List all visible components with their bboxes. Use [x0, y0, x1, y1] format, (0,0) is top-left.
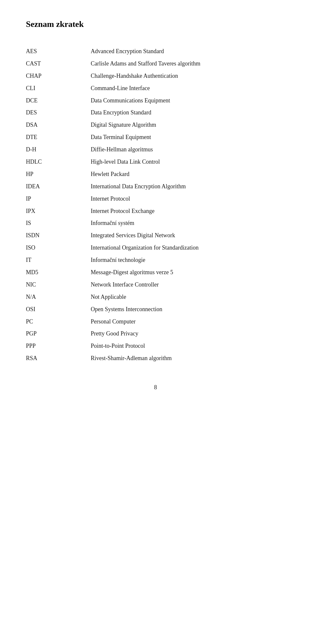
- abbreviation-term: NIC: [26, 279, 91, 291]
- abbreviation-term: DSA: [26, 119, 91, 131]
- abbreviation-term: HP: [26, 168, 91, 181]
- abbreviation-term: D-H: [26, 144, 91, 156]
- abbreviation-term: HDLC: [26, 156, 91, 168]
- list-item: CHAPChallenge-Handshake Authentication: [26, 70, 285, 82]
- abbreviation-term: RSA: [26, 352, 91, 365]
- abbreviation-definition: Informační systém: [91, 217, 285, 229]
- list-item: HDLCHigh-level Data Link Control: [26, 156, 285, 168]
- abbreviation-term: AES: [26, 45, 91, 58]
- abbreviation-definition: International Data Encryption Algorithm: [91, 181, 285, 193]
- list-item: CLICommand-Line Interface: [26, 82, 285, 95]
- abbreviation-definition: Hewlett Packard: [91, 168, 285, 181]
- list-item: IPXInternet Protocol Exchange: [26, 205, 285, 217]
- list-item: PPPPoint-to-Point Protocol: [26, 340, 285, 352]
- list-item: AESAdvanced Encryption Standard: [26, 45, 285, 58]
- abbreviation-term: IPX: [26, 205, 91, 217]
- abbreviation-term: PGP: [26, 328, 91, 340]
- abbreviation-definition: High-level Data Link Control: [91, 156, 285, 168]
- abbreviation-term: ISO: [26, 242, 91, 254]
- list-item: PCPersonal Computer: [26, 316, 285, 328]
- list-item: ISOInternational Organization for Standa…: [26, 242, 285, 254]
- abbreviation-definition: Not Applicable: [91, 291, 285, 303]
- abbreviations-table: AESAdvanced Encryption StandardCASTCarli…: [26, 45, 285, 365]
- list-item: OSIOpen Systems Interconnection: [26, 303, 285, 316]
- abbreviation-definition: Message-Digest algoritmus verze 5: [91, 266, 285, 279]
- abbreviation-definition: Advanced Encryption Standard: [91, 45, 285, 58]
- abbreviation-definition: Pretty Good Privacy: [91, 328, 285, 340]
- list-item: RSARivest-Shamir-Adleman algorithm: [26, 352, 285, 365]
- abbreviation-definition: Internet Protocol: [91, 193, 285, 205]
- abbreviation-definition: Carlisle Adams and Stafford Taveres algo…: [91, 58, 285, 70]
- abbreviation-definition: Digital Signature Algorithm: [91, 119, 285, 131]
- list-item: HPHewlett Packard: [26, 168, 285, 181]
- abbreviation-term: CAST: [26, 58, 91, 70]
- list-item: ITInformační technologie: [26, 254, 285, 266]
- abbreviation-term: PC: [26, 316, 91, 328]
- abbreviation-term: N/A: [26, 291, 91, 303]
- list-item: ISInformační systém: [26, 217, 285, 229]
- abbreviation-definition: Command-Line Interface: [91, 82, 285, 95]
- abbreviation-definition: Open Systems Interconnection: [91, 303, 285, 316]
- list-item: D-HDiffie-Hellman algoritmus: [26, 144, 285, 156]
- abbreviation-definition: Data Terminal Equipment: [91, 131, 285, 144]
- abbreviation-definition: Rivest-Shamir-Adleman algorithm: [91, 352, 285, 365]
- abbreviation-term: IT: [26, 254, 91, 266]
- list-item: ISDNIntegrated Services Digital Network: [26, 229, 285, 242]
- list-item: CASTCarlisle Adams and Stafford Taveres …: [26, 58, 285, 70]
- abbreviation-definition: Data Communications Equipment: [91, 95, 285, 107]
- abbreviation-term: PPP: [26, 340, 91, 352]
- abbreviation-definition: Data Encryption Standard: [91, 107, 285, 119]
- list-item: MD5Message-Digest algoritmus verze 5: [26, 266, 285, 279]
- abbreviation-term: DTE: [26, 131, 91, 144]
- abbreviation-definition: Network Interface Controller: [91, 279, 285, 291]
- list-item: NICNetwork Interface Controller: [26, 279, 285, 291]
- abbreviation-term: CHAP: [26, 70, 91, 82]
- abbreviation-definition: Personal Computer: [91, 316, 285, 328]
- abbreviation-term: DCE: [26, 95, 91, 107]
- abbreviation-term: IDEA: [26, 181, 91, 193]
- abbreviation-term: ISDN: [26, 229, 91, 242]
- list-item: IDEAInternational Data Encryption Algori…: [26, 181, 285, 193]
- abbreviation-definition: Informační technologie: [91, 254, 285, 266]
- abbreviation-definition: International Organization for Standardi…: [91, 242, 285, 254]
- list-item: DCEData Communications Equipment: [26, 95, 285, 107]
- abbreviation-term: DES: [26, 107, 91, 119]
- abbreviation-definition: Point-to-Point Protocol: [91, 340, 285, 352]
- abbreviation-definition: Challenge-Handshake Authentication: [91, 70, 285, 82]
- abbreviation-term: MD5: [26, 266, 91, 279]
- page-title: Seznam zkratek: [26, 19, 285, 29]
- abbreviation-term: IS: [26, 217, 91, 229]
- abbreviation-term: OSI: [26, 303, 91, 316]
- list-item: DTEData Terminal Equipment: [26, 131, 285, 144]
- page-number: 8: [26, 384, 285, 391]
- abbreviation-term: CLI: [26, 82, 91, 95]
- list-item: DESData Encryption Standard: [26, 107, 285, 119]
- list-item: DSADigital Signature Algorithm: [26, 119, 285, 131]
- abbreviation-definition: Internet Protocol Exchange: [91, 205, 285, 217]
- abbreviation-definition: Integrated Services Digital Network: [91, 229, 285, 242]
- list-item: N/ANot Applicable: [26, 291, 285, 303]
- abbreviation-term: IP: [26, 193, 91, 205]
- list-item: PGPPretty Good Privacy: [26, 328, 285, 340]
- list-item: IPInternet Protocol: [26, 193, 285, 205]
- abbreviation-definition: Diffie-Hellman algoritmus: [91, 144, 285, 156]
